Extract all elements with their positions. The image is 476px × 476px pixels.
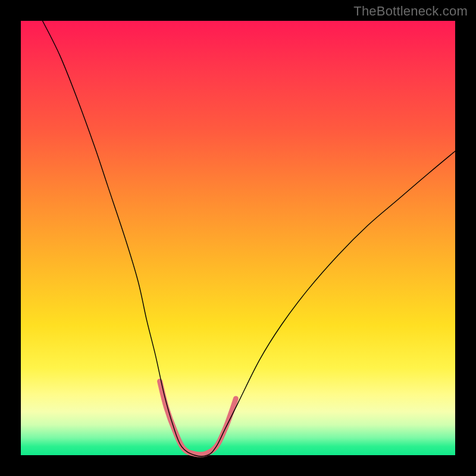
black-curve-path [43,21,456,456]
chart-frame: TheBottleneck.com [0,0,476,476]
watermark-text: TheBottleneck.com [353,4,468,19]
plot-area [21,21,455,455]
curve-layer [21,21,455,455]
pink-highlight-path [160,381,236,455]
